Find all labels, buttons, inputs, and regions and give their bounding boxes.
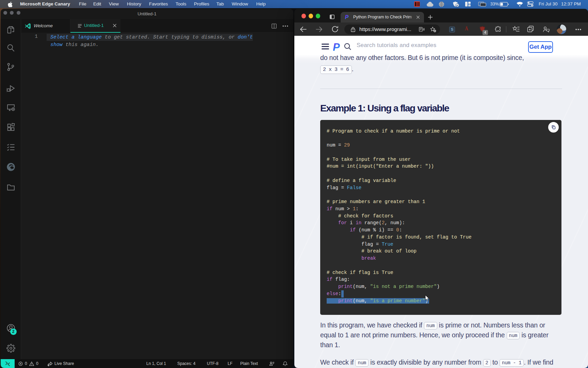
svg-text:P: P [345,14,349,20]
svg-text:P: P [333,41,340,52]
